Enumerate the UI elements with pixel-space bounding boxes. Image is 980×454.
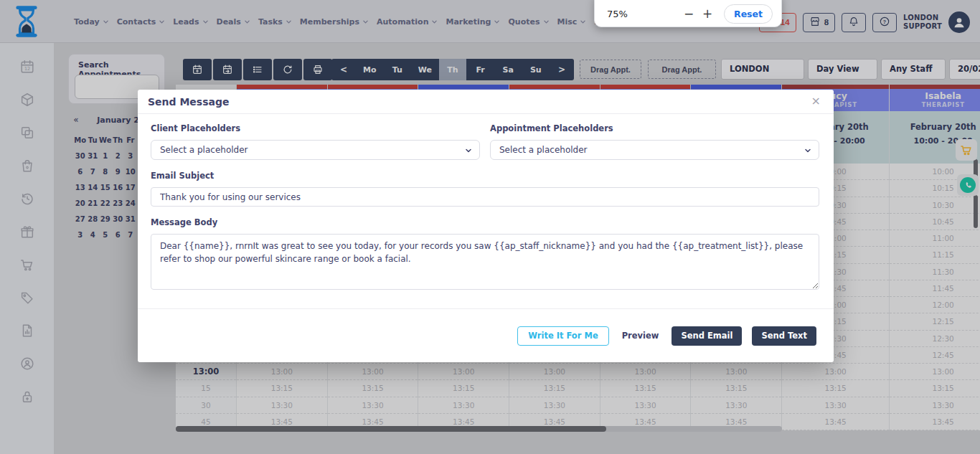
send-message-modal: Send Message × Client Placeholders Selec… (138, 90, 834, 362)
appointment-placeholders-select[interactable]: Select a placeholder (490, 140, 819, 160)
write-it-for-me-button[interactable]: Write It For Me (517, 326, 608, 346)
client-placeholders-select[interactable]: Select a placeholder (151, 140, 480, 160)
modal-footer: Write It For Me Preview Send Email Send … (138, 308, 834, 362)
zoom-reset-button[interactable]: Reset (724, 4, 773, 24)
email-subject-input[interactable] (151, 187, 819, 207)
app-screen: TodayContactsLeadsDealsTasksMembershipsA… (0, 0, 980, 454)
zoom-level: 75% (607, 9, 628, 19)
browser-zoom-popup: 75% − + Reset (594, 0, 782, 27)
client-placeholders-label: Client Placeholders (151, 123, 480, 133)
email-subject-label: Email Subject (151, 171, 819, 181)
send-email-button[interactable]: Send Email (672, 326, 742, 346)
preview-button[interactable]: Preview (619, 326, 662, 346)
chevron-down-icon (464, 146, 473, 155)
send-text-button[interactable]: Send Text (752, 326, 816, 346)
zoom-out-button[interactable]: − (679, 6, 698, 21)
client-placeholders-value: Select a placeholder (160, 145, 248, 155)
close-icon[interactable]: × (811, 95, 821, 108)
zoom-in-button[interactable]: + (698, 6, 717, 21)
message-body-label: Message Body (151, 217, 819, 227)
message-body-textarea[interactable]: Dear {{name}}, rnrnIt was great to see y… (151, 234, 819, 290)
chevron-down-icon (804, 146, 812, 155)
appointment-placeholders-value: Select a placeholder (499, 145, 588, 155)
appointment-placeholders-label: Appointment Placeholders (490, 123, 819, 133)
modal-title: Send Message (148, 96, 230, 108)
